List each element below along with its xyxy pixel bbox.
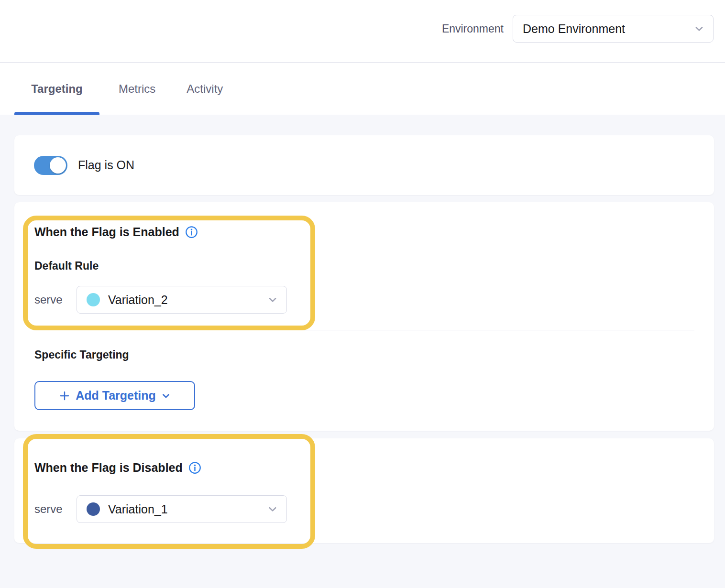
default-rule-variation-select[interactable]: Variation_2 <box>77 286 287 314</box>
variation-select-value: Variation_2 <box>108 293 168 307</box>
tab-bar: Targeting Metrics Activity <box>0 63 725 115</box>
tab-metrics-label: Metrics <box>119 82 155 96</box>
variation-color-dot <box>87 293 100 306</box>
flag-enabled-card: When the Flag is Enabled Default Rule se… <box>14 202 714 431</box>
environment-group: Environment Demo Environment <box>442 15 714 43</box>
flag-toggle-knob <box>50 157 66 174</box>
environment-select[interactable]: Demo Environment <box>513 15 714 43</box>
disabled-section-title-row: When the Flag is Disabled <box>34 461 201 475</box>
variation-select-value: Variation_1 <box>108 502 168 516</box>
serve-label: serve <box>34 502 77 516</box>
serve-label: serve <box>34 293 77 306</box>
feature-flag-page: Environment Demo Environment Targeting M… <box>0 0 725 588</box>
add-targeting-button[interactable]: Add Targeting <box>34 381 195 410</box>
tab-targeting-label: Targeting <box>31 82 83 96</box>
chevron-down-icon <box>267 294 278 305</box>
variation-color-dot <box>87 502 100 516</box>
header: Environment Demo Environment <box>0 0 725 63</box>
environment-select-value: Demo Environment <box>523 22 625 36</box>
default-rule-serve-row: serve Variation_2 <box>34 286 287 314</box>
flag-toggle[interactable] <box>34 156 67 175</box>
disabled-variation-select[interactable]: Variation_1 <box>77 495 287 523</box>
info-icon[interactable] <box>188 461 201 474</box>
disabled-section-title: When the Flag is Disabled <box>34 461 183 475</box>
enabled-section-title-row: When the Flag is Enabled <box>34 225 198 239</box>
info-icon[interactable] <box>185 226 198 239</box>
tabs: Targeting Metrics Activity <box>14 63 223 115</box>
specific-targeting-heading: Specific Targeting <box>34 348 129 361</box>
tab-targeting[interactable]: Targeting <box>14 63 99 115</box>
section-divider <box>34 330 694 330</box>
plus-icon <box>59 390 70 402</box>
chevron-down-icon <box>694 23 704 34</box>
disabled-highlight-annotation <box>23 434 315 549</box>
default-rule-heading: Default Rule <box>34 260 99 272</box>
chevron-down-icon <box>161 391 171 401</box>
flag-status-card: Flag is ON <box>14 135 714 195</box>
flag-disabled-card: When the Flag is Disabled serve Variatio… <box>14 438 714 543</box>
tab-metrics[interactable]: Metrics <box>119 63 155 115</box>
tab-activity-label: Activity <box>187 82 223 96</box>
flag-status-label: Flag is ON <box>78 158 134 172</box>
environment-label: Environment <box>442 22 504 35</box>
disabled-serve-row: serve Variation_1 <box>34 495 287 523</box>
tab-activity[interactable]: Activity <box>187 63 223 115</box>
add-targeting-label: Add Targeting <box>76 389 156 403</box>
chevron-down-icon <box>267 504 278 514</box>
enabled-section-title: When the Flag is Enabled <box>34 225 179 239</box>
